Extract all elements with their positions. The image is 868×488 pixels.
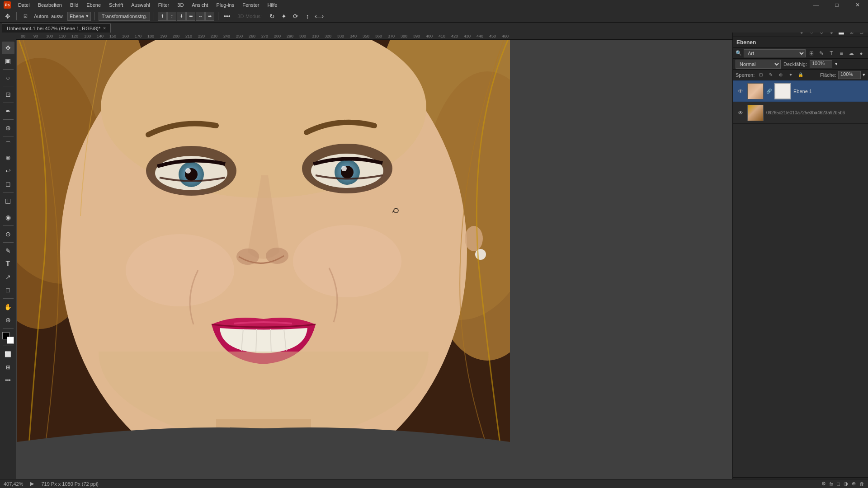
align-hcenter[interactable]: ↔ bbox=[196, 12, 205, 21]
3d-scale-icon[interactable]: ⟺ bbox=[314, 11, 324, 21]
menu-hilfe[interactable]: Hilfe bbox=[264, 1, 281, 9]
tabbar: Unbenannt-1 bei 407% (Ebene 1, RGB/8)* × bbox=[0, 23, 868, 33]
3d-rotate-icon[interactable]: ↻ bbox=[267, 11, 277, 21]
layer-filter-icon-1[interactable]: ⊞ bbox=[807, 49, 816, 57]
artboard-tool-button[interactable]: ▣ bbox=[2, 55, 14, 67]
layer-filter-toggle[interactable]: ● bbox=[857, 49, 865, 57]
svg-point-14 bbox=[185, 168, 191, 174]
lt-sep-10 bbox=[3, 298, 14, 299]
close-button[interactable]: ✕ bbox=[847, 0, 868, 10]
crop-tool-button[interactable]: ⊡ bbox=[2, 88, 14, 101]
menu-ansicht[interactable]: Ansicht bbox=[188, 1, 212, 9]
background-color[interactable] bbox=[7, 337, 14, 344]
3d-slide-icon[interactable]: ↕ bbox=[302, 11, 312, 21]
lock-transparent-icon[interactable]: ⊡ bbox=[757, 71, 764, 79]
lock-all-icon[interactable]: 🔒 bbox=[797, 71, 804, 79]
layer-item-ebene1[interactable]: 👁 🔗 Ebene 1 bbox=[733, 80, 868, 102]
extra-button[interactable]: ⊞ bbox=[2, 361, 14, 374]
fill-label: Sperren: bbox=[736, 72, 755, 78]
move-tool-button[interactable]: ✥ bbox=[2, 42, 14, 54]
align-top[interactable]: ⬆ bbox=[158, 12, 167, 21]
screen-mode-button[interactable]: ⬜ bbox=[2, 348, 14, 361]
shape-tool-button[interactable]: □ bbox=[2, 284, 14, 296]
lt-sep-6 bbox=[3, 192, 14, 192]
blend-mode-dropdown[interactable]: Normal bbox=[736, 60, 781, 69]
hand-tool-button[interactable]: ✋ bbox=[2, 300, 14, 313]
more-options-button[interactable]: ••• bbox=[222, 11, 232, 21]
status-icon-3: □ bbox=[837, 481, 840, 487]
fill-arrow: ▾ bbox=[863, 72, 865, 78]
layer-1-thumbnail bbox=[747, 83, 764, 99]
lock-artboard-icon[interactable]: ✦ bbox=[787, 71, 794, 79]
opacity-value[interactable]: 100% bbox=[810, 60, 832, 68]
path-selection-button[interactable]: ↗ bbox=[2, 271, 14, 283]
lasso-tool-button[interactable]: ○ bbox=[2, 71, 14, 84]
status-icon-6: 🗑 bbox=[859, 481, 864, 487]
layer-2-name: 09265c21le010a725e3ba4623a92b5b6 bbox=[766, 110, 864, 115]
active-tab[interactable]: Unbenannt-1 bei 407% (Ebene 1, RGB/8)* × bbox=[2, 23, 111, 33]
lock-pixels-icon[interactable]: ✎ bbox=[767, 71, 774, 79]
layer-dropdown[interactable]: Ebene ▾ bbox=[67, 12, 91, 21]
maximize-button[interactable]: □ bbox=[826, 0, 847, 10]
brush-tool-button[interactable]: ⌒ bbox=[2, 138, 14, 151]
ebenen-header: Ebenen bbox=[733, 37, 868, 48]
menu-bearbeiten[interactable]: Bearbeiten bbox=[34, 1, 66, 9]
eyedropper-tool-button[interactable]: ✒ bbox=[2, 105, 14, 117]
type-tool-button[interactable]: T bbox=[2, 258, 14, 270]
lt-sep-1 bbox=[3, 69, 14, 70]
lt-sep-7 bbox=[3, 209, 14, 209]
menu-bild[interactable]: Bild bbox=[66, 1, 82, 9]
menu-schrift[interactable]: Schrift bbox=[105, 1, 127, 9]
menu-datei[interactable]: Datei bbox=[14, 1, 33, 9]
3d-pan-icon[interactable]: ✦ bbox=[279, 11, 289, 21]
eraser-tool-button[interactable]: ◻ bbox=[2, 178, 14, 190]
auto-select-label: Autom. ausw. bbox=[32, 14, 66, 19]
minimize-button[interactable]: — bbox=[806, 0, 826, 10]
gradient-tool-button[interactable]: ◫ bbox=[2, 194, 14, 207]
status-icon-2: fx bbox=[830, 481, 834, 487]
layer-filter-icon-2[interactable]: ✎ bbox=[817, 49, 826, 57]
lt-sep-9 bbox=[3, 242, 14, 243]
dodge-tool-button[interactable]: ⊙ bbox=[2, 228, 14, 240]
layer-filter-dropdown[interactable]: Art bbox=[744, 49, 806, 57]
color-swatches[interactable] bbox=[2, 332, 14, 344]
layer-filter-icon-4[interactable]: ≡ bbox=[837, 49, 845, 57]
fill-label-right: Fläche: bbox=[820, 72, 836, 78]
move-tool-icon[interactable]: ✥ bbox=[3, 11, 13, 21]
zoom-tool-button[interactable]: ⊕ bbox=[2, 314, 14, 326]
pen-tool-button[interactable]: ✎ bbox=[2, 244, 14, 257]
3d-mode-label: 3D-Modus: bbox=[234, 14, 265, 19]
layer-2-visibility-icon[interactable]: 👁 bbox=[736, 109, 745, 117]
more-tools-button[interactable]: ••• bbox=[2, 374, 14, 387]
blur-tool-button[interactable]: ◉ bbox=[2, 211, 14, 224]
svg-point-8 bbox=[293, 225, 401, 297]
menu-plugins[interactable]: Plug-ins bbox=[212, 1, 238, 9]
tab-close-button[interactable]: × bbox=[103, 26, 106, 31]
menu-fenster[interactable]: Fenster bbox=[239, 1, 263, 9]
align-left[interactable]: ⬅ bbox=[186, 12, 195, 21]
svg-point-25 bbox=[465, 226, 483, 251]
layer-1-mask-thumbnail bbox=[774, 83, 791, 99]
svg-point-7 bbox=[126, 234, 234, 306]
align-right[interactable]: ➡ bbox=[205, 12, 214, 21]
svg-point-20 bbox=[266, 248, 288, 264]
menu-filter[interactable]: Filter bbox=[155, 1, 173, 9]
fill-value[interactable]: 100% bbox=[838, 71, 861, 79]
layer-item-background[interactable]: 👁 09265c21le010a725e3ba4623a92b5b6 bbox=[733, 102, 868, 124]
clone-tool-button[interactable]: ⊗ bbox=[2, 151, 14, 164]
auto-select-checkbox[interactable]: ☑ bbox=[20, 11, 30, 21]
layer-filter-icon-3[interactable]: T bbox=[827, 49, 835, 57]
lock-position-icon[interactable]: ⊕ bbox=[777, 71, 784, 79]
menu-auswahl[interactable]: Auswahl bbox=[127, 1, 154, 9]
layer-filter-icon-5[interactable]: ☁ bbox=[847, 49, 855, 57]
menu-ebene[interactable]: Ebene bbox=[83, 1, 104, 9]
align-bottom[interactable]: ⬇ bbox=[177, 12, 186, 21]
menu-3d[interactable]: 3D bbox=[174, 1, 187, 9]
zoom-level: 407,42% bbox=[4, 481, 23, 487]
layer-1-visibility-icon[interactable]: 👁 bbox=[736, 87, 745, 95]
patch-tool-button[interactable]: ⊕ bbox=[2, 122, 14, 134]
align-vcenter[interactable]: ↕ bbox=[167, 12, 176, 21]
history-brush-button[interactable]: ↩ bbox=[2, 164, 14, 177]
status-arrow[interactable]: ▶ bbox=[30, 481, 34, 487]
3d-orbit-icon[interactable]: ⟳ bbox=[291, 11, 301, 21]
